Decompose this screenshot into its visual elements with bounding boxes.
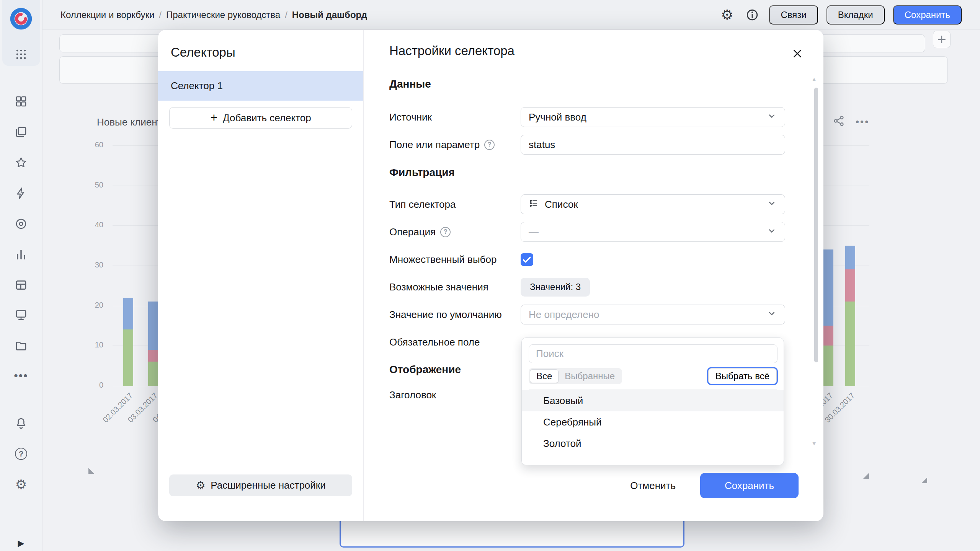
widget-resize-handle-br[interactable]: [863, 473, 869, 479]
table-icon[interactable]: [13, 277, 29, 293]
source-select[interactable]: Ручной ввод: [521, 107, 785, 127]
scrollbar-thumb[interactable]: [814, 88, 818, 362]
default-value-placeholder: Не определено: [529, 309, 599, 321]
notifications-bell-icon[interactable]: [13, 415, 29, 432]
more-ellipsis-icon[interactable]: •••: [13, 367, 29, 384]
workbooks-icon[interactable]: [13, 124, 29, 140]
breadcrumb-separator: /: [285, 10, 287, 20]
values-search-input[interactable]: [529, 344, 777, 363]
tab-selected[interactable]: Выбранные: [559, 369, 621, 383]
breadcrumb-collections[interactable]: Коллекции и воркбуки: [60, 10, 154, 20]
y-axis-tick-label: 40: [65, 220, 103, 229]
default-value-select[interactable]: Не определено: [521, 305, 785, 324]
bar-segment-blue: [123, 298, 133, 330]
field-input[interactable]: [521, 135, 785, 155]
chevron-down-icon: [766, 198, 777, 211]
dashboard-save-button[interactable]: Сохранить: [893, 5, 962, 24]
operation-help-icon[interactable]: ?: [440, 227, 451, 237]
breadcrumb-current-dashboard: Новый дашборд: [292, 10, 367, 20]
close-dialog-button[interactable]: [790, 46, 805, 61]
monitor-icon[interactable]: [13, 306, 29, 323]
dialog-footer: Отменить Сохранить: [622, 473, 799, 498]
tabs-button[interactable]: Вкладки: [826, 5, 885, 24]
y-axis-tick-label: 10: [65, 341, 103, 349]
info-icon[interactable]: [744, 7, 761, 23]
selectors-panel-title: Селекторы: [158, 30, 363, 71]
settings-gear-icon[interactable]: ⚙: [13, 476, 29, 493]
option-item[interactable]: Серебряный: [522, 411, 784, 433]
disc-icon[interactable]: [13, 215, 29, 232]
folder-icon[interactable]: [13, 337, 29, 354]
option-item[interactable]: Базовый: [522, 390, 784, 411]
field-label: Поле или параметр: [389, 139, 480, 151]
operation-select-value: —: [529, 226, 539, 238]
apps-grid-icon[interactable]: [13, 46, 29, 63]
selector-list-item[interactable]: Селектор 1: [158, 71, 363, 101]
title-label: Заголовок: [389, 389, 521, 401]
bar-segment-blue: [823, 249, 833, 326]
add-selector-button[interactable]: + Добавить селектор: [169, 107, 352, 129]
list-type-icon: [529, 198, 539, 211]
topbar-actions: ⚙ Связи Вкладки Сохранить: [719, 5, 962, 24]
values-dropdown-popup: Все Выбранные Выбрать всё Базовый Серебр…: [521, 337, 784, 465]
data-section-heading: Данные: [389, 78, 785, 92]
charts-icon[interactable]: [13, 246, 29, 263]
selectors-dialog: Селекторы Селектор 1 + Добавить селектор…: [158, 30, 823, 521]
breadcrumb: Коллекции и воркбуки / Практические руко…: [60, 10, 367, 20]
operation-row: Операция ? —: [389, 222, 785, 242]
dashboard-settings-gear-icon[interactable]: ⚙: [719, 7, 735, 23]
breadcrumb-guides[interactable]: Практические руководства: [166, 10, 280, 20]
multiselect-label: Множественный выбор: [389, 254, 521, 266]
bar-segment-green: [845, 302, 855, 386]
scroll-up-arrow[interactable]: ▲: [811, 76, 817, 82]
default-value-label: Значение по умолчанию: [389, 309, 521, 321]
widget-resize-handle-right[interactable]: [921, 478, 927, 483]
expand-play-icon[interactable]: ▶: [13, 535, 29, 551]
bar-segment-blue: [148, 302, 158, 350]
help-question-icon[interactable]: ?: [13, 445, 29, 462]
default-value-row: Значение по умолчанию Не определено: [389, 305, 785, 324]
operation-select[interactable]: —: [521, 222, 785, 242]
datalens-logo[interactable]: [10, 8, 32, 30]
bar-segment-pink: [148, 350, 158, 362]
values-count-chip[interactable]: Значений: 3: [521, 278, 590, 297]
selectors-list-panel: Селекторы Селектор 1 + Добавить селектор…: [158, 30, 364, 521]
values-tabs-group: Все Выбранные: [529, 368, 622, 384]
select-all-button[interactable]: Выбрать всё: [708, 368, 777, 384]
relations-button[interactable]: Связи: [769, 5, 818, 24]
multiselect-checkbox[interactable]: [521, 253, 533, 266]
source-row: Источник Ручной ввод: [389, 107, 785, 127]
chevron-down-icon: [766, 111, 777, 124]
gear-icon: ⚙: [196, 480, 205, 491]
collections-icon[interactable]: [13, 93, 29, 110]
bar-segment-green: [148, 362, 158, 386]
chevron-down-icon: [766, 308, 777, 321]
selector-type-value: Список: [545, 199, 578, 210]
dialog-save-button[interactable]: Сохранить: [700, 473, 799, 498]
field-help-icon[interactable]: ?: [484, 140, 495, 150]
advanced-settings-button[interactable]: ⚙ Расширенные настройки: [169, 474, 352, 496]
bar-segment-pink: [823, 326, 833, 346]
scroll-down-arrow[interactable]: ▼: [811, 440, 817, 447]
y-axis-tick-label: 0: [65, 381, 103, 390]
quick-actions-lightning-icon[interactable]: [13, 185, 29, 202]
advanced-settings-label: Расширенные настройки: [211, 479, 325, 491]
favorites-star-icon[interactable]: [13, 154, 29, 171]
filtering-section-heading: Фильтрация: [389, 166, 785, 180]
breadcrumb-separator: /: [159, 10, 162, 20]
selector-type-select[interactable]: Список: [521, 194, 785, 214]
values-filter-row: Все Выбранные Выбрать всё: [529, 368, 777, 390]
option-item[interactable]: Золотой: [522, 433, 784, 454]
operation-label: Операция: [389, 226, 436, 238]
possible-values-label: Возможные значения: [389, 281, 521, 293]
tab-all[interactable]: Все: [530, 369, 559, 383]
add-selector-label: Добавить селектор: [223, 112, 311, 124]
selector-type-row: Тип селектора Список: [389, 194, 785, 214]
left-nav-sidebar: ••• ? ⚙ ▶: [0, 0, 42, 551]
top-bar: Коллекции и воркбуки / Практические руко…: [42, 0, 980, 30]
selector-type-label: Тип селектора: [389, 199, 521, 210]
y-axis-tick-label: 30: [65, 261, 103, 269]
bar-segment-blue: [845, 246, 855, 270]
widget-resize-handle-bl[interactable]: [88, 468, 94, 474]
cancel-button[interactable]: Отменить: [622, 474, 683, 497]
